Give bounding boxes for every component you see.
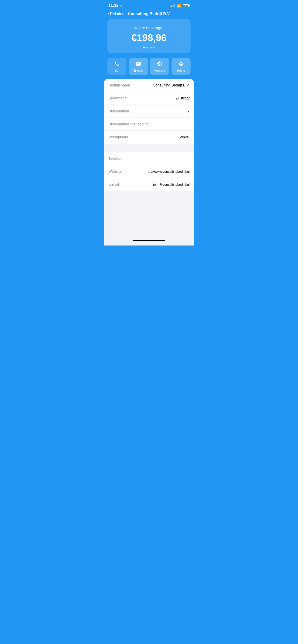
huisnummer-value: 7 bbox=[187, 109, 190, 113]
email-icon bbox=[136, 61, 141, 68]
straatnaam-value: Zijlstraat bbox=[176, 96, 190, 100]
back-button[interactable]: ‹ Relaties bbox=[107, 11, 124, 16]
battery-icon: ⚡ bbox=[183, 4, 190, 7]
status-time: 11:32 ↗ bbox=[108, 3, 123, 8]
straatnaam-label: Straatnaam bbox=[108, 96, 128, 100]
field-huisnummer-toevoeging: Huisnummer toevoeging bbox=[104, 118, 194, 131]
route-button[interactable]: Route bbox=[171, 58, 191, 75]
woonplaats-label: Woonplaats bbox=[108, 135, 128, 139]
bedrijfsnaam-value: Consulting Bedrijf B.V. bbox=[153, 83, 190, 88]
email-label: E-mail bbox=[134, 69, 143, 72]
dot-2 bbox=[146, 46, 148, 48]
back-label: Relaties bbox=[110, 12, 124, 16]
dot-4 bbox=[153, 46, 155, 48]
section-divider bbox=[104, 144, 194, 152]
summary-card: Nog te ontvangen €198,96 bbox=[107, 19, 191, 53]
field-woonplaats: Woonplaats Vinkel bbox=[104, 131, 194, 144]
time-label: 11:32 bbox=[108, 3, 118, 8]
field-telefoon: Telefoon bbox=[104, 152, 194, 165]
nav-bar: ‹ Relaties Consulting Bedrijf B.V. bbox=[104, 10, 194, 19]
email-field-value: john@consultingbedrijf.nl bbox=[153, 183, 190, 186]
field-straatnaam: Straatnaam Zijlstraat bbox=[104, 92, 194, 105]
bel-button[interactable]: Bel bbox=[107, 58, 127, 75]
website-value: http://www.consultingbedrijf.nl bbox=[147, 170, 190, 174]
wifi-icon: 📶 bbox=[177, 4, 181, 8]
page-title: Consulting Bedrijf B.V. bbox=[128, 12, 171, 16]
route-label: Route bbox=[177, 69, 185, 72]
home-indicator-area bbox=[104, 238, 194, 246]
huisnummer-toevoeging-label: Huisnummer toevoeging bbox=[108, 122, 149, 126]
email-field-label: E-mail bbox=[108, 182, 119, 186]
summary-card-area: Nog te ontvangen €198,96 bbox=[104, 19, 194, 57]
status-bar: 11:32 ↗ 📶 ⚡ bbox=[104, 0, 194, 10]
website-label: Website bbox=[108, 170, 122, 174]
status-icons: 📶 ⚡ bbox=[170, 4, 190, 8]
bel-label: Bel bbox=[115, 69, 119, 72]
page-dots bbox=[112, 46, 186, 48]
location-arrow-icon: ↗ bbox=[120, 4, 123, 8]
globe-icon bbox=[157, 61, 162, 68]
bottom-spacer bbox=[104, 191, 194, 238]
website-label: Website bbox=[154, 69, 165, 72]
dot-3 bbox=[150, 46, 152, 48]
battery-bolt-icon: ⚡ bbox=[184, 5, 187, 7]
action-buttons-row: Bel E-mail Website Route bbox=[104, 58, 194, 75]
field-website: Website http://www.consultingbedrijf.nl bbox=[104, 165, 194, 178]
content-area: Bedrijfsnaam Consulting Bedrijf B.V. Str… bbox=[104, 79, 194, 246]
dot-1 bbox=[143, 46, 145, 48]
signal-icon bbox=[170, 4, 175, 7]
bedrijfsnaam-label: Bedrijfsnaam bbox=[108, 83, 130, 88]
field-list-group1: Bedrijfsnaam Consulting Bedrijf B.V. Str… bbox=[104, 79, 194, 144]
summary-amount: €198,96 bbox=[112, 32, 186, 43]
woonplaats-value: Vinkel bbox=[180, 135, 190, 139]
phone-icon bbox=[114, 61, 120, 68]
field-list-group2: Telefoon Website http://www.consultingbe… bbox=[104, 152, 194, 191]
field-bedrijfsnaam: Bedrijfsnaam Consulting Bedrijf B.V. bbox=[104, 79, 194, 92]
huisnummer-label: Huisnummer bbox=[108, 109, 130, 113]
home-bar bbox=[133, 240, 165, 241]
route-icon bbox=[178, 61, 184, 68]
summary-label: Nog te ontvangen bbox=[112, 26, 186, 30]
field-huisnummer: Huisnummer 7 bbox=[104, 105, 194, 118]
telefoon-label: Telefoon bbox=[108, 156, 123, 161]
email-button[interactable]: E-mail bbox=[129, 58, 148, 75]
website-button[interactable]: Website bbox=[150, 58, 169, 75]
back-arrow-icon: ‹ bbox=[107, 11, 109, 16]
field-email: E-mail john@consultingbedrijf.nl bbox=[104, 178, 194, 191]
